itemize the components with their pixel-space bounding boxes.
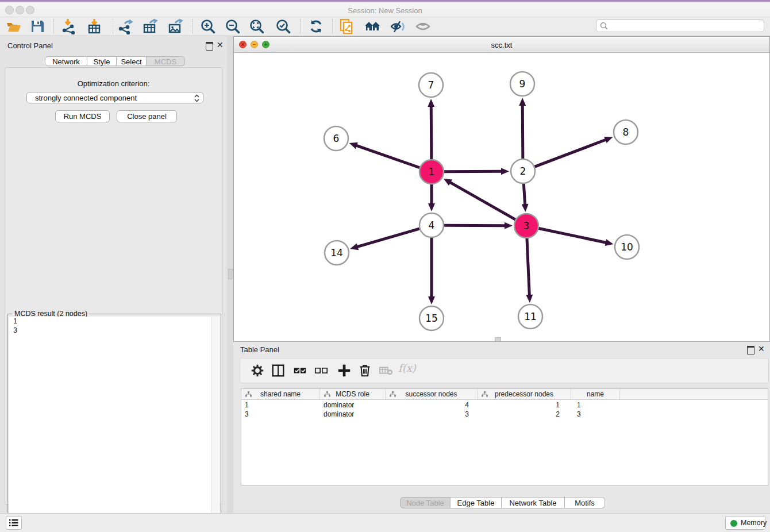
control-tab-network[interactable]: Network	[45, 56, 87, 66]
optimization-dropdown[interactable]: strongly connected component	[26, 92, 203, 103]
edge-3-1[interactable]	[449, 182, 515, 219]
hide-panel-icon[interactable]	[390, 18, 406, 34]
table-settings-gear-icon[interactable]	[250, 363, 265, 378]
export-network-icon[interactable]	[117, 18, 133, 34]
table-header-row: shared nameMCDS rolesuccessor nodesprede…	[241, 389, 768, 400]
app-title: Session: New Session	[0, 6, 770, 15]
table-tab-network-table[interactable]: Network Table	[502, 497, 565, 508]
result-line: 1	[9, 317, 220, 326]
export-table-icon[interactable]	[142, 18, 158, 34]
mcds-result-list[interactable]: 13	[9, 317, 220, 528]
network-graph[interactable]: 7968124314101511	[234, 53, 769, 341]
refresh-icon[interactable]	[308, 18, 324, 34]
control-tab-style[interactable]: Style	[87, 56, 117, 66]
column-header-name[interactable]: name	[571, 389, 620, 399]
node-label: 2	[520, 165, 526, 177]
search-input[interactable]	[610, 21, 762, 31]
deselect-all-icon[interactable]	[314, 363, 329, 378]
result-line: 3	[9, 326, 220, 335]
edge-arrowhead	[428, 203, 435, 211]
edge-2-9[interactable]	[522, 105, 523, 159]
zoom-selected-icon[interactable]	[275, 18, 291, 34]
splitter-grip[interactable]	[228, 269, 233, 279]
status-bar: Memory	[0, 513, 770, 532]
edge-arrowhead	[428, 99, 434, 107]
edge-1-2[interactable]	[444, 171, 502, 172]
run-mcds-button[interactable]: Run MCDS	[55, 110, 110, 122]
control-tab-select[interactable]: Select	[117, 56, 147, 66]
control-tab-mcds[interactable]: MCDS	[147, 56, 185, 66]
node-label: 6	[333, 133, 340, 144]
zoom-out-icon[interactable]	[225, 18, 241, 34]
list-icon	[9, 519, 18, 527]
close-table-panel-icon[interactable]: ✕	[758, 345, 765, 352]
edit-column-icon	[245, 391, 252, 397]
open-session-icon[interactable]	[5, 18, 21, 34]
column-label: predecessor nodes	[495, 390, 553, 398]
float-panel-icon[interactable]	[206, 42, 213, 51]
canvas-splitter-grip[interactable]	[495, 337, 501, 341]
panel-splitter[interactable]	[227, 36, 233, 513]
app-titlebar: Session: New Session	[0, 2, 770, 17]
main-toolbar	[0, 17, 770, 36]
select-all-icon[interactable]	[292, 363, 307, 378]
result-scrollbar[interactable]	[211, 317, 219, 528]
import-table-icon[interactable]	[86, 18, 102, 34]
edge-3-11[interactable]	[527, 238, 529, 296]
close-panel-icon[interactable]: ✕	[217, 41, 224, 48]
float-table-panel-icon[interactable]	[747, 346, 754, 354]
edge-1-6[interactable]	[356, 145, 419, 168]
zoom-in-icon[interactable]	[200, 18, 216, 34]
memory-button[interactable]: Memory	[725, 516, 765, 530]
edge-2-8[interactable]	[535, 140, 607, 167]
close-panel-button[interactable]: Close panel	[117, 110, 177, 122]
column-label: shared name	[260, 390, 301, 398]
column-header-predecessor-nodes[interactable]: predecessor nodes	[478, 389, 571, 399]
add-column-icon[interactable]	[337, 363, 352, 378]
node-label: 10	[621, 241, 633, 253]
node-label: 7	[428, 79, 434, 91]
edge-4-3[interactable]	[444, 225, 506, 226]
edge-arrowhead	[350, 244, 359, 250]
destroy-network-icon[interactable]	[339, 18, 355, 34]
edge-arrowhead	[522, 204, 529, 212]
toolbar-separator	[53, 19, 55, 34]
column-label: name	[587, 390, 604, 398]
export-image-icon[interactable]	[167, 18, 183, 34]
toolbar-separator	[332, 19, 333, 34]
function-builder-icon: f(x)	[398, 362, 416, 374]
edge-3-10[interactable]	[539, 229, 607, 243]
column-label: successor nodes	[405, 390, 457, 398]
memory-label: Memory	[741, 519, 767, 527]
edge-arrowhead	[349, 142, 358, 149]
table-toolbar: f(x)	[240, 358, 769, 383]
network-canvas[interactable]: 7968124314101511	[234, 53, 769, 341]
delete-column-icon[interactable]	[357, 363, 372, 378]
show-columns-icon[interactable]	[271, 363, 286, 378]
node-label: 4	[429, 219, 435, 231]
edit-column-icon	[324, 391, 330, 397]
table-cell: dominator	[320, 400, 386, 410]
table-cell: 3	[571, 410, 620, 419]
table-tab-node-table[interactable]: Node Table	[400, 497, 451, 508]
control-panel-title: Control Panel	[7, 41, 53, 50]
task-history-button[interactable]	[6, 516, 22, 530]
home-icon[interactable]	[364, 18, 380, 34]
edge-arrowhead	[605, 239, 614, 246]
edge-1-7[interactable]	[431, 106, 432, 159]
table-tab-edge-table[interactable]: Edge Table	[451, 497, 502, 508]
table-tab-motifs[interactable]: Motifs	[565, 497, 605, 508]
edge-4-14[interactable]	[357, 229, 419, 247]
control-panel: Control Panel ✕ NetworkStyleSelectMCDS O…	[0, 36, 227, 513]
column-header-successor-nodes[interactable]: successor nodes	[386, 389, 478, 399]
search-icon	[600, 22, 608, 30]
table-cell: 3	[241, 410, 320, 419]
import-network-icon[interactable]	[61, 18, 77, 34]
edge-arrowhead	[501, 168, 509, 175]
save-session-icon[interactable]	[29, 18, 45, 34]
edge-2-3[interactable]	[523, 184, 525, 205]
zoom-fit-icon[interactable]	[249, 18, 265, 34]
column-header-shared-name[interactable]: shared name	[241, 389, 320, 399]
node-label: 3	[523, 220, 530, 232]
column-header-MCDS-role[interactable]: MCDS role	[320, 389, 386, 399]
